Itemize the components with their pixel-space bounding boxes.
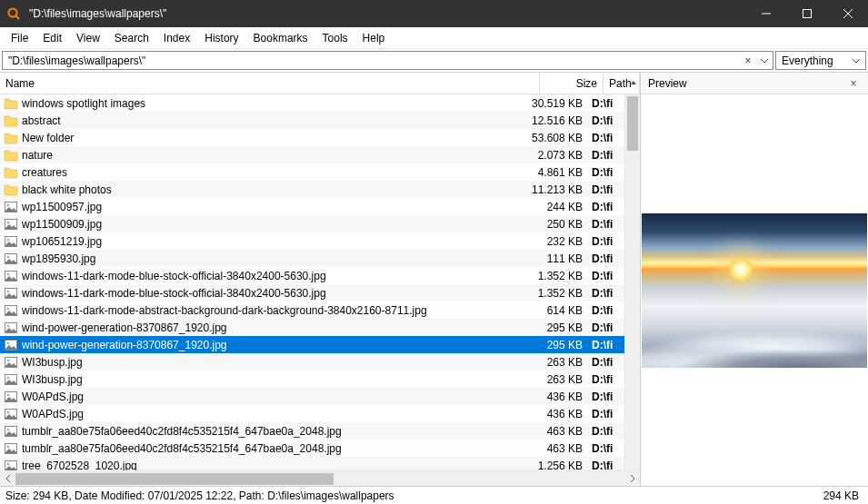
folder-icon: [4, 183, 18, 197]
file-size: 30.519 KB: [524, 97, 588, 110]
table-row[interactable]: black white photos11.213 KBD:\fi: [0, 181, 624, 198]
table-row[interactable]: W0APdS.jpg436 KBD:\fi: [0, 388, 624, 405]
file-path: D:\fi: [588, 132, 624, 144]
file-path: D:\fi: [588, 149, 624, 162]
file-name: W0APdS.jpg: [22, 390, 524, 403]
close-button[interactable]: [827, 0, 868, 27]
menu-file[interactable]: File: [4, 29, 35, 47]
table-row[interactable]: tree_6702528_1020.jpg1.256 KBD:\fi: [0, 457, 624, 470]
file-name: WI3busp.jpg: [22, 373, 524, 386]
file-path: D:\fi: [588, 166, 624, 179]
file-name: windows-11-dark-mode-blue-stock-official…: [22, 270, 524, 282]
table-row[interactable]: tumblr_aa80e75fa06eed40c2fd8f4c535215f4_…: [0, 422, 624, 440]
file-size: 53.608 KB: [524, 132, 588, 144]
table-row[interactable]: creatures4.861 KBD:\fi: [0, 163, 624, 181]
file-path: D:\fi: [588, 460, 624, 471]
menu-tools[interactable]: Tools: [315, 29, 355, 47]
file-path: D:\fi: [588, 114, 624, 127]
file-name: nature: [22, 149, 524, 162]
menu-bookmarks[interactable]: Bookmarks: [246, 29, 315, 47]
file-path: D:\fi: [588, 218, 624, 231]
clear-search-button[interactable]: ×: [740, 54, 756, 67]
file-path: D:\fi: [588, 287, 624, 300]
search-history-dropdown[interactable]: [756, 57, 773, 64]
menu-help[interactable]: Help: [355, 29, 393, 47]
file-path: D:\fi: [588, 356, 624, 369]
file-size: 250 KB: [524, 218, 588, 231]
scrollbar-thumb[interactable]: [627, 96, 638, 151]
table-row[interactable]: windows-11-dark-mode-blue-stock-official…: [0, 284, 624, 301]
file-path: D:\fi: [588, 252, 624, 265]
image-icon: [4, 338, 18, 352]
file-name: New folder: [22, 132, 524, 144]
file-size: 295 KB: [524, 321, 588, 334]
menu-view[interactable]: View: [69, 29, 107, 47]
file-name: wind-power-generation-8370867_1920.jpg: [22, 321, 524, 334]
horizontal-scrollbar[interactable]: [0, 470, 640, 486]
image-icon: [4, 372, 18, 387]
file-size: 111 KB: [524, 252, 588, 265]
table-row[interactable]: WI3busp.jpg263 KBD:\fi: [0, 371, 624, 388]
image-icon: [4, 200, 18, 214]
folder-icon: [4, 165, 18, 180]
file-name: wind-power-generation-8370867_1920.jpg: [22, 339, 524, 351]
vertical-scrollbar[interactable]: [624, 94, 640, 470]
table-row[interactable]: wp1895930.jpg111 KBD:\fi: [0, 250, 624, 267]
file-size: 263 KB: [524, 373, 588, 386]
svg-point-31: [7, 410, 10, 413]
table-row[interactable]: wp10651219.jpg232 KBD:\fi: [0, 232, 624, 250]
file-path: D:\fi: [588, 321, 624, 334]
table-row[interactable]: tumblr_aa80e75fa06eed40c2fd8f4c535215f4_…: [0, 440, 624, 457]
table-row[interactable]: windows-11-dark-mode-blue-stock-official…: [0, 267, 624, 284]
menu-index[interactable]: Index: [156, 29, 197, 47]
file-path: D:\fi: [588, 235, 624, 248]
table-row[interactable]: windows-11-dark-mode-abstract-background…: [0, 301, 624, 319]
svg-point-15: [7, 272, 10, 275]
table-row[interactable]: wp11500909.jpg250 KBD:\fi: [0, 215, 624, 232]
image-icon: [4, 321, 18, 335]
scroll-right-button[interactable]: [624, 471, 640, 487]
file-path: D:\fi: [588, 373, 624, 386]
file-path: D:\fi: [588, 270, 624, 282]
table-row[interactable]: WI3busp.jpg263 KBD:\fi: [0, 353, 624, 371]
file-size: 232 KB: [524, 235, 588, 248]
folder-icon: [4, 114, 18, 128]
column-path[interactable]: Path: [604, 73, 640, 94]
results-list[interactable]: windows spotlight images30.519 KBD:\fiab…: [0, 94, 624, 470]
table-row[interactable]: nature2.073 KBD:\fi: [0, 146, 624, 163]
svg-point-35: [7, 445, 10, 448]
table-row[interactable]: New folder53.608 KBD:\fi: [0, 129, 624, 146]
file-name: black white photos: [22, 183, 524, 196]
app-icon: [0, 6, 27, 21]
image-icon: [4, 459, 18, 471]
search-input[interactable]: [3, 54, 740, 67]
table-row[interactable]: wind-power-generation-8370867_1920.jpg29…: [0, 319, 624, 336]
table-row[interactable]: abstract12.516 KBD:\fi: [0, 112, 624, 129]
folder-icon: [4, 148, 18, 163]
menu-search[interactable]: Search: [107, 29, 156, 47]
file-size: 1.352 KB: [524, 270, 588, 282]
file-name: tumblr_aa80e75fa06eed40c2fd8f4c535215f4_…: [22, 442, 524, 455]
status-size: 294 KB: [772, 489, 863, 502]
status-text: Size: 294 KB, Date Modified: 07/01/2025 …: [5, 489, 772, 502]
table-row[interactable]: windows spotlight images30.519 KBD:\fi: [0, 94, 624, 112]
table-row[interactable]: W0APdS.jpg436 KBD:\fi: [0, 405, 624, 422]
minimize-button[interactable]: [745, 0, 786, 27]
table-row[interactable]: wp11500957.jpg244 KBD:\fi: [0, 198, 624, 215]
filter-dropdown[interactable]: Everything: [775, 51, 866, 70]
image-icon: [4, 424, 18, 439]
file-path: D:\fi: [588, 408, 624, 420]
menu-history[interactable]: History: [197, 29, 245, 47]
menu-edit[interactable]: Edit: [35, 29, 69, 47]
column-size[interactable]: Size: [540, 73, 604, 94]
scrollbar-track[interactable]: [15, 473, 624, 485]
scroll-left-button[interactable]: [0, 471, 15, 487]
scrollbar-thumb[interactable]: [15, 473, 334, 485]
maximize-button[interactable]: [786, 0, 827, 27]
column-name[interactable]: Name: [0, 73, 540, 94]
table-row[interactable]: wind-power-generation-8370867_1920.jpg29…: [0, 336, 624, 353]
file-name: windows-11-dark-mode-abstract-background…: [22, 304, 524, 317]
svg-point-13: [7, 255, 10, 258]
folder-icon: [4, 96, 18, 111]
close-preview-button[interactable]: ×: [846, 77, 861, 90]
